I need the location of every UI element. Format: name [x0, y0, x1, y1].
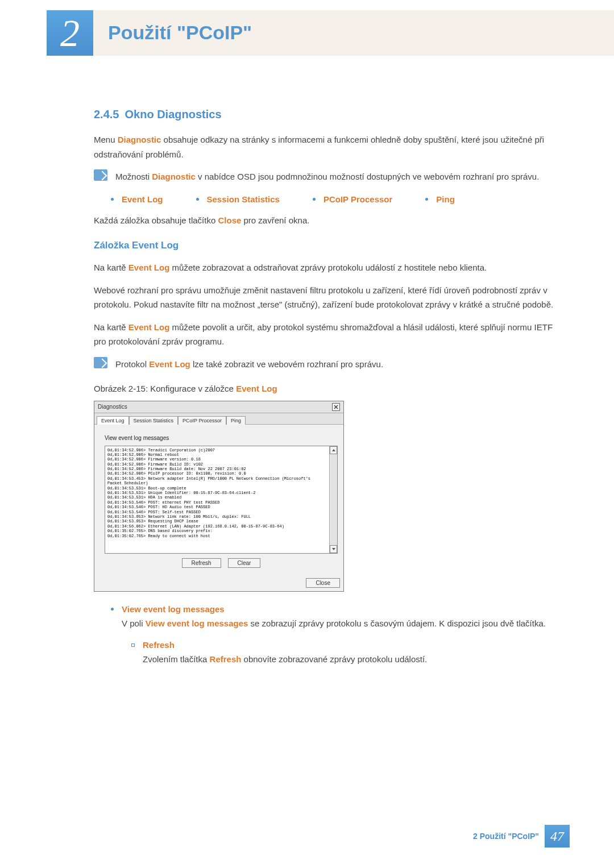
scroll-down-button[interactable] — [330, 545, 337, 553]
bullet-dot — [313, 198, 316, 201]
sub-bullet-content: Refresh Zvolením tlačítka Refresh obnoví… — [143, 638, 560, 667]
chapter-number-badge: 2 — [47, 10, 93, 56]
page-content: 2.4.5Okno Diagnostics Menu Diagnostic ob… — [94, 108, 560, 670]
clear-button[interactable]: Clear — [228, 558, 261, 568]
figure-caption: Obrázek 2-15: Konfigurace v záložce Even… — [94, 381, 560, 396]
close-note: Každá záložka obsahuje tlačítko Close pr… — [94, 213, 560, 228]
section-number: 2.4.5 — [94, 108, 119, 121]
tab-item: PCoIP Processor — [313, 194, 392, 204]
tab-event-log[interactable]: Event Log — [97, 416, 129, 425]
window-title: Diagnostics — [98, 404, 127, 410]
scrollbar[interactable] — [329, 446, 337, 553]
note-icon — [94, 169, 107, 181]
window-titlebar: Diagnostics — [94, 401, 343, 413]
bullet-dot — [196, 198, 199, 201]
close-button[interactable]: Close — [306, 578, 340, 588]
window-body: View event log messages 0d,01:34:52.906>… — [94, 425, 343, 575]
tab-item: Event Log — [111, 194, 163, 204]
bullet-view-messages: View event log messages V poli View even… — [111, 602, 560, 631]
event-log-para-3: Na kartě Event Log můžete povolit a urči… — [94, 320, 560, 349]
event-log-para-1: Na kartě Event Log můžete zobrazovat a o… — [94, 260, 560, 275]
diagnostic-tab-list: Event Log Session Statistics PCoIP Proce… — [111, 194, 560, 204]
square-bullet — [131, 643, 135, 647]
log-textarea[interactable]: 0d,01:34:52.906> Teradici Corporation (c… — [105, 446, 338, 554]
log-content: 0d,01:34:52.906> Teradici Corporation (c… — [105, 446, 329, 553]
footer-page-number: 47 — [545, 825, 570, 848]
bullet-dot — [111, 198, 114, 201]
bullet-dot — [111, 608, 114, 610]
view-log-label: View event log messages — [105, 435, 338, 441]
note-1: Možnosti Diagnostic v nabídce OSD jsou p… — [94, 169, 560, 184]
footer-chapter-label: 2 Použití "PCoIP" — [473, 832, 539, 841]
tab-ping[interactable]: Ping — [226, 416, 246, 425]
tab-session-statistics[interactable]: Session Statistics — [129, 416, 179, 425]
bullet-title: View event log messages — [122, 602, 560, 617]
scroll-up-button[interactable] — [330, 446, 337, 454]
bullet-content: View event log messages V poli View even… — [122, 602, 560, 631]
chapter-title: Použití "PCoIP" — [108, 22, 252, 44]
event-log-para-2: Webové rozhraní pro správu umožňuje změn… — [94, 283, 560, 312]
intro-paragraph: Menu Diagnostic obsahuje odkazy na strán… — [94, 132, 560, 161]
sub-bullet-title: Refresh — [143, 638, 560, 653]
log-button-row: Refresh Clear — [105, 558, 338, 568]
window-footer: Close — [94, 575, 343, 591]
subheading-event-log: Záložka Event Log — [94, 240, 560, 251]
note-2: Protokol Event Log lze také zobrazit ve … — [94, 357, 560, 372]
sub-bullet-refresh: Refresh Zvolením tlačítka Refresh obnoví… — [131, 638, 560, 667]
note-icon — [94, 357, 107, 368]
section-title: Okno Diagnostics — [125, 108, 221, 121]
diagnostics-window: Diagnostics Event Log Session Statistics… — [94, 401, 344, 592]
window-tabs: Event Log Session Statistics PCoIP Proce… — [94, 413, 343, 425]
window-close-button[interactable] — [332, 403, 340, 411]
tab-item: Ping — [425, 194, 455, 204]
note-text: Protokol Event Log lze také zobrazit ve … — [115, 357, 560, 372]
note-text: Možnosti Diagnostic v nabídce OSD jsou p… — [115, 169, 560, 184]
page-footer: 2 Použití "PCoIP" 47 — [0, 825, 614, 848]
close-icon — [334, 405, 338, 409]
tab-pcoip-processor[interactable]: PCoIP Processor — [178, 416, 226, 425]
bullet-dot — [425, 198, 428, 201]
chevron-down-icon — [332, 548, 335, 550]
tab-item: Session Statistics — [196, 194, 280, 204]
refresh-button[interactable]: Refresh — [182, 558, 221, 568]
chevron-up-icon — [332, 449, 335, 451]
section-heading: 2.4.5Okno Diagnostics — [94, 108, 560, 121]
